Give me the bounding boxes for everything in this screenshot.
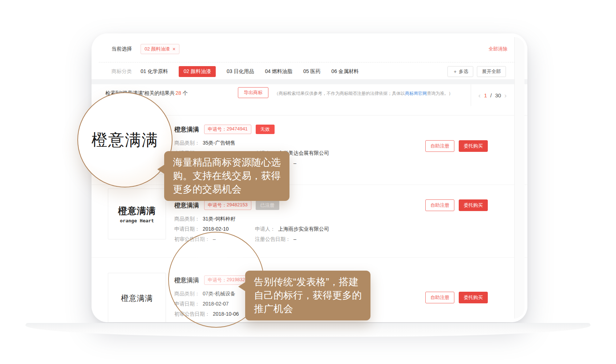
application-number-label: 申请号：	[208, 202, 227, 209]
status-badge: 已注册	[256, 201, 279, 210]
application-number-tag: 申请号：29474941	[204, 125, 251, 134]
trademark-name[interactable]: 橙意满满	[174, 125, 199, 134]
section-divider	[92, 79, 527, 84]
thumbnail-subtext: orange Heart	[120, 218, 154, 223]
scrollbar-track[interactable]	[514, 37, 524, 319]
clear-all-button[interactable]: 全部清除	[489, 46, 507, 52]
row-actions: 自助注册 委托购买	[425, 140, 488, 152]
category-tab[interactable]: 03 日化用品	[227, 68, 254, 75]
trademark-thumbnail[interactable]: 橙意满满	[108, 273, 166, 322]
selected-filter-tag-text: 02 颜料油漆	[145, 46, 170, 52]
self-register-button[interactable]: 自助注册	[425, 292, 454, 303]
close-icon[interactable]: ×	[173, 46, 175, 52]
entrust-purchase-button[interactable]: 委托购买	[459, 292, 488, 303]
category-tabs: 01 化学原料02 颜料油漆03 日化用品04 燃料油脂05 医药06 金属材料	[141, 68, 359, 75]
current-selection-row: 当前选择 02 颜料油漆 × 全部清除	[112, 44, 507, 54]
category-tab[interactable]: 04 燃料油脂	[265, 68, 292, 75]
apply-date-label: 申请日期：	[174, 226, 200, 232]
magnified-trademark-text: 橙意满满	[92, 129, 158, 151]
category-tab[interactable]: 06 金属材料	[331, 68, 358, 75]
multi-select-button[interactable]: ＋ 多选	[447, 66, 473, 77]
self-register-button[interactable]: 自助注册	[425, 140, 454, 152]
category-actions: ＋ 多选 展开全部	[447, 66, 506, 77]
reg-publish-value: –	[293, 160, 296, 166]
disclaimer-text: （商标检索结果仅供参考，不作为商标能否注册的法律依据；具体以商标局官网查询为准。…	[274, 90, 453, 97]
apply-date-value: 2018-02-10	[203, 226, 229, 232]
application-number-label: 申请号：	[208, 126, 227, 133]
thumbnail-text: 橙意满满	[121, 293, 153, 303]
table-row: 橙意满满 orange Heart 橙意满满 申请号：29482153 已注册 …	[92, 185, 527, 257]
trademark-title-line: 橙意满满 申请号：29474941 无效	[174, 125, 329, 134]
applicant-label: 申请人：	[255, 226, 275, 232]
results-count: 28	[175, 90, 181, 96]
trademark-office-link[interactable]: 商标局官网	[405, 91, 427, 96]
mockup-base	[25, 323, 591, 337]
current-page: 1	[484, 92, 487, 98]
row-actions: 自助注册 委托购买	[425, 292, 488, 303]
category-tab[interactable]: 01 化学原料	[141, 68, 168, 75]
callout-promotion: 告别传统“发表格”，搭建 自己的标行，获得更多的 推广机会	[245, 271, 370, 320]
category-tab[interactable]: 02 颜料油漆	[179, 66, 215, 77]
next-page-icon[interactable]: ›	[504, 92, 507, 99]
entrust-purchase-button[interactable]: 委托购买	[459, 199, 488, 211]
trademark-title-line: 橙意满满 申请号：29482153 已注册	[174, 201, 329, 210]
prev-page-icon[interactable]: ‹	[478, 92, 481, 99]
category-label: 商品类别：	[174, 216, 200, 222]
export-trademark-button[interactable]: 导出商标	[238, 87, 268, 98]
page: 当前选择 02 颜料油漆 × 全部清除 商标分类 01 化学原料02 颜料油漆0…	[0, 0, 616, 364]
current-selection-label: 当前选择	[112, 46, 132, 52]
trademark-thumbnail[interactable]: 橙意满满 orange Heart	[108, 189, 166, 239]
self-register-button[interactable]: 自助注册	[425, 199, 454, 211]
apply-date-line: 申请日期：2018-02-10 申请人：上海雨步实业有限公司	[174, 226, 329, 232]
category-label: 商品类别：	[174, 140, 200, 146]
expand-all-button[interactable]: 展开全部	[477, 66, 506, 77]
category-value: 35类-广告销售	[203, 140, 235, 146]
reg-publish-label: 注册公告日期：	[255, 236, 291, 242]
trademark-name[interactable]: 橙意满满	[174, 201, 199, 210]
application-number-tag: 申请号：29482153	[204, 201, 251, 210]
callout-marketplace: 海量精品商标资源随心选 购。支持在线交易，获得 更多的交易机会	[164, 151, 289, 201]
applicant-value: 上海雨步实业有限公司	[278, 226, 329, 232]
filter-section: 当前选择 02 颜料油漆 × 全部清除 商标分类 01 化学原料02 颜料油漆0…	[92, 33, 527, 79]
category-value: 31类-饲料种籽	[203, 216, 235, 222]
category-line: 商品类别：35类-广告销售	[174, 139, 329, 146]
results-count-unit: 个	[183, 90, 188, 96]
application-number-value: 29474941	[227, 126, 248, 133]
category-filter-row: 商标分类 01 化学原料02 颜料油漆03 日化用品04 燃料油脂05 医药06…	[112, 67, 506, 76]
row-actions: 自助注册 委托购买	[425, 199, 488, 211]
reg-publish-value: –	[293, 236, 296, 242]
page-separator: /	[490, 92, 492, 98]
selected-filter-tag[interactable]: 02 颜料油漆 ×	[141, 44, 179, 54]
category-tab[interactable]: 05 医药	[303, 68, 320, 75]
thumbnail-text: 橙意满满	[118, 205, 156, 217]
category-line: 商品类别：31类-饲料种籽	[174, 215, 329, 222]
total-pages: 30	[495, 92, 501, 98]
status-badge: 无效	[256, 125, 275, 134]
entrust-purchase-button[interactable]: 委托购买	[459, 140, 488, 152]
application-number-value: 29482153	[227, 202, 248, 209]
category-filter-label: 商标分类	[112, 68, 132, 75]
pagination: ‹ 1 / 30 ›	[471, 84, 514, 106]
